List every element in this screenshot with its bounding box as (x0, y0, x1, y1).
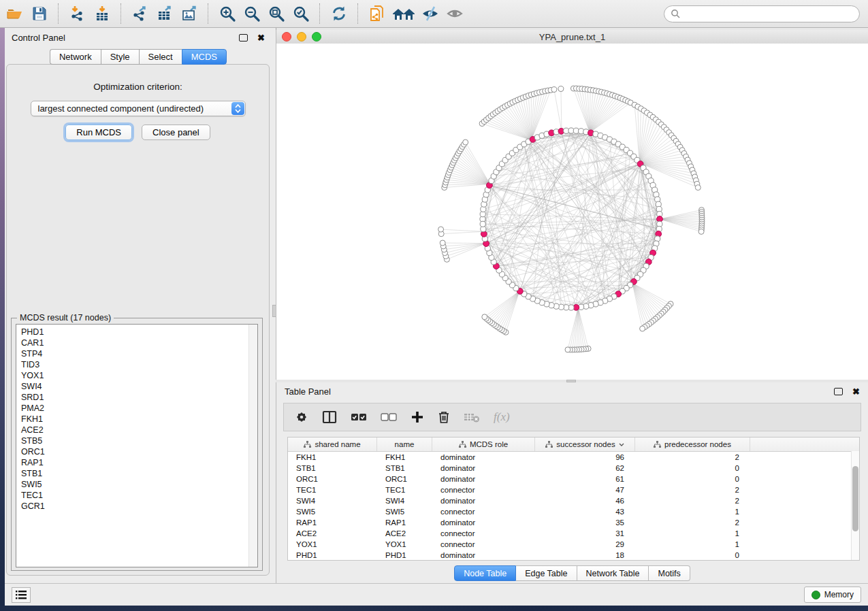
refresh-layout-button[interactable] (327, 2, 351, 25)
zoom-in-button[interactable] (215, 2, 240, 25)
network-window-titlebar[interactable]: YPA_prune.txt_1 (276, 30, 868, 44)
mcds-result-list[interactable]: PHD1CAR1STP4TID3YOX1SWI4SRD1PMA2FKH1ACE2… (16, 324, 258, 567)
mcds-result-item[interactable]: CAR1 (21, 337, 257, 348)
table-row[interactable]: TEC1TEC1connector472 (288, 484, 859, 495)
table-scrollbar[interactable] (851, 451, 859, 560)
run-mcds-button[interactable]: Run MCDS (65, 125, 132, 140)
mcds-result-item[interactable]: FKH1 (21, 414, 257, 425)
memory-button[interactable]: Memory (804, 587, 861, 603)
tab-select[interactable]: Select (139, 49, 182, 65)
mcds-result-item[interactable]: ORC1 (21, 446, 257, 457)
import-table-button[interactable] (90, 2, 114, 25)
task-history-button[interactable] (12, 587, 31, 603)
mcds-result-item[interactable]: STB5 (21, 435, 257, 446)
column-label: MCDS role (470, 440, 508, 448)
desktop-wallpaper-left (0, 28, 5, 606)
split-panel-button[interactable] (322, 410, 337, 424)
import-network-button[interactable] (65, 2, 90, 25)
criterion-dropdown-value: largest connected component (undirected) (38, 103, 204, 114)
export-image-button[interactable] (177, 2, 202, 25)
column-header-name[interactable]: name (377, 437, 432, 451)
tab-network[interactable]: Network (50, 49, 101, 65)
table-row[interactable]: FKH1FKH1dominator962 (288, 452, 859, 463)
zoom-out-button[interactable] (240, 2, 264, 25)
table-row[interactable]: RAP1RAP1dominator352 (288, 517, 859, 528)
table-row[interactable]: PHD1PHD1dominator180 (288, 550, 859, 561)
table-cell: dominator (432, 452, 535, 463)
shared-column-icon (654, 441, 661, 448)
table-panel-title: Table Panel (285, 386, 834, 397)
network-canvas[interactable] (276, 44, 868, 380)
eye-icon (445, 5, 464, 22)
table-cell: 47 (535, 484, 635, 495)
tab-node-table[interactable]: Node Table (454, 565, 516, 581)
mcds-result-item[interactable]: STP4 (21, 348, 257, 359)
mcds-result-item[interactable]: GCR1 (21, 501, 257, 512)
search-field[interactable] (664, 5, 860, 22)
close-panel-button[interactable]: Close panel (142, 125, 210, 140)
table-row[interactable]: ACE2ACE2connector311 (288, 528, 859, 539)
delete-column-button[interactable] (438, 410, 450, 424)
mcds-result-item[interactable]: PMA2 (21, 403, 257, 414)
table-cell: connector (432, 506, 535, 517)
mcds-result-item[interactable]: TID3 (21, 359, 257, 370)
delete-table-button[interactable] (464, 411, 480, 423)
node-table-body: FKH1FKH1dominator962STB1STB1dominator620… (288, 452, 859, 561)
table-row[interactable]: ORC1ORC1dominator610 (288, 474, 859, 484)
table-row[interactable]: SWI5SWI5connector431 (288, 506, 859, 517)
float-panel-icon[interactable] (834, 388, 843, 395)
criterion-dropdown[interactable]: largest connected component (undirected) (31, 101, 246, 116)
close-panel-icon[interactable]: ✖ (852, 387, 860, 396)
table-cell: SWI5 (288, 506, 377, 517)
table-toolbar: f(x) (283, 403, 861, 431)
export-network-button[interactable] (128, 2, 152, 25)
zoom-fit-button[interactable] (264, 2, 289, 25)
table-scrollbar-thumb[interactable] (852, 466, 858, 531)
table-cell: 29 (535, 539, 635, 550)
table-cell: FKH1 (377, 452, 432, 463)
tab-style[interactable]: Style (101, 49, 139, 65)
tab-mcds[interactable]: MCDS (182, 49, 227, 65)
add-column-button[interactable] (411, 410, 424, 424)
mcds-result-item[interactable]: ACE2 (21, 425, 257, 435)
mcds-result-item[interactable]: YOX1 (21, 370, 257, 381)
mcds-result-item[interactable]: STB1 (21, 468, 257, 479)
zoom-selected-button[interactable] (289, 2, 313, 25)
share-document-button[interactable] (365, 2, 389, 25)
hide-selected-button[interactable] (418, 2, 443, 25)
table-row[interactable]: SWI4SWI4dominator462 (288, 495, 859, 506)
deselect-all-columns-button[interactable] (381, 412, 397, 423)
table-row[interactable]: YOX1YOX1connector291 (288, 539, 859, 550)
mcds-result-item[interactable]: SWI5 (21, 479, 257, 490)
node-table: shared name name MCDS role (287, 437, 860, 561)
table-cell: ACE2 (288, 528, 377, 539)
function-builder-button[interactable]: f(x) (494, 410, 510, 424)
open-session-button[interactable] (3, 2, 27, 25)
float-panel-icon[interactable] (239, 34, 248, 42)
column-header-successor-nodes[interactable]: successor nodes (535, 437, 635, 451)
first-neighbors-button[interactable] (389, 2, 418, 25)
mcds-result-item[interactable]: TEC1 (21, 490, 257, 501)
tab-motifs[interactable]: Motifs (649, 565, 690, 581)
column-header-mcds-role[interactable]: MCDS role (432, 437, 535, 451)
mcds-result-item[interactable]: SWI4 (21, 381, 257, 392)
table-cell: 62 (535, 463, 635, 474)
export-table-button[interactable] (152, 2, 177, 25)
mcds-result-item[interactable]: RAP1 (21, 457, 257, 468)
mcds-result-item[interactable]: PHD1 (21, 327, 257, 337)
close-panel-icon[interactable]: ✖ (257, 33, 265, 42)
mcds-list-scrollbar[interactable] (248, 325, 257, 567)
show-all-button[interactable] (443, 2, 467, 25)
column-header-predecessor-nodes[interactable]: predecessor nodes (635, 437, 750, 451)
table-row[interactable]: STB1STB1dominator620 (288, 463, 859, 474)
save-session-button[interactable] (27, 2, 52, 25)
tab-edge-table[interactable]: Edge Table (516, 565, 577, 581)
sort-desc-icon (619, 443, 624, 446)
column-settings-button[interactable] (295, 410, 308, 424)
tab-network-table[interactable]: Network Table (577, 565, 649, 581)
search-input[interactable] (681, 9, 859, 20)
mcds-result-item[interactable]: SRD1 (21, 392, 257, 403)
select-all-columns-button[interactable] (351, 412, 367, 423)
table-cell: connector (432, 528, 535, 539)
column-header-shared-name[interactable]: shared name (288, 437, 377, 451)
